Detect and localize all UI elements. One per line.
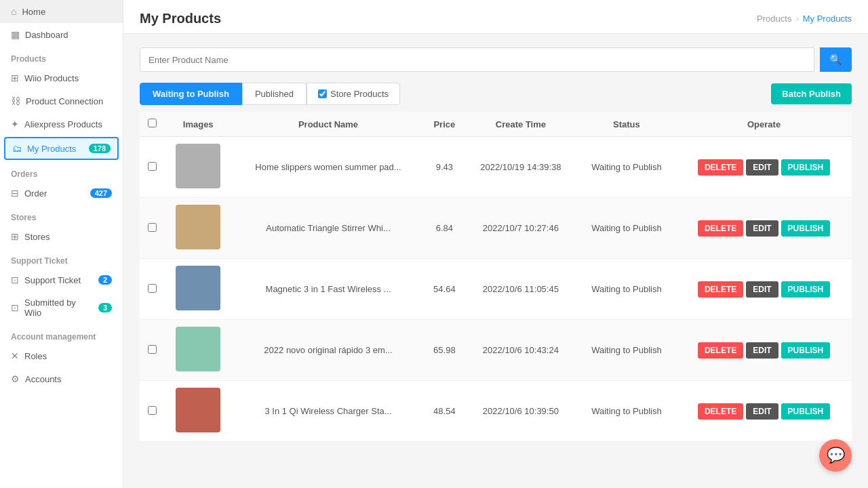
roles-icon: ✕ [11, 350, 19, 361]
my-products-badge: 178 [89, 144, 111, 153]
row-product-name: 2022 novo original rápido 3 em... [232, 320, 424, 381]
edit-button[interactable]: EDIT [746, 403, 778, 420]
sidebar-section-orders: Orders [0, 161, 123, 182]
sidebar-item-accounts[interactable]: ⚙ Accounts [0, 367, 123, 390]
publish-button[interactable]: PUBLISH [781, 281, 831, 298]
page-title: My Products [140, 11, 221, 26]
row-price: 65.98 [425, 320, 465, 381]
tab-store-products[interactable]: Store Products [307, 83, 400, 105]
row-select-checkbox[interactable] [148, 223, 157, 232]
operate-buttons: DELETE EDIT PUBLISH [682, 281, 846, 298]
row-select-checkbox[interactable] [148, 345, 157, 354]
breadcrumb-parent: Products [757, 14, 791, 24]
row-select-checkbox[interactable] [148, 406, 157, 415]
publish-button[interactable]: PUBLISH [781, 403, 831, 420]
operate-buttons: DELETE EDIT PUBLISH [682, 403, 846, 420]
row-product-name: 3 In 1 Qi Wireless Charger Sta... [232, 381, 424, 442]
aliexpress-icon: ✦ [11, 119, 19, 129]
delete-button[interactable]: DELETE [698, 281, 743, 298]
sidebar-item-wiio-products[interactable]: ⊞ Wiio Products [0, 66, 123, 89]
sidebar-home-label: Home [22, 7, 45, 17]
table-row: Home slippers women summer pad... 9.43 2… [140, 137, 852, 198]
row-price: 6.84 [425, 198, 465, 259]
sidebar-aliexpress-label: Aliexpress Products [24, 119, 102, 129]
edit-button[interactable]: EDIT [746, 159, 778, 176]
main-content: 🔍 Waiting to Publish Published Store Pro… [123, 34, 868, 488]
col-status: Status [577, 112, 676, 137]
table-row: Magnetic 3 in 1 Fast Wireless ... 54.64 … [140, 259, 852, 320]
product-image [176, 205, 220, 249]
select-all-checkbox[interactable] [148, 119, 157, 127]
tab-waiting-to-publish[interactable]: Waiting to Publish [140, 83, 242, 105]
row-price: 54.64 [425, 259, 465, 320]
row-create-time: 2022/10/19 14:39:38 [465, 137, 577, 198]
row-select-checkbox[interactable] [148, 284, 157, 293]
row-select-checkbox[interactable] [148, 162, 157, 171]
sidebar-myproducts-label: My Products [27, 144, 76, 154]
edit-button[interactable]: EDIT [746, 281, 778, 298]
ticket-icon: ⊡ [11, 274, 19, 285]
sidebar-item-aliexpress[interactable]: ✦ Aliexpress Products [0, 113, 123, 136]
row-status: Waiting to Publish [577, 198, 676, 259]
row-price: 9.43 [425, 137, 465, 198]
tabs-left: Waiting to Publish Published Store Produ… [140, 83, 400, 105]
row-product-name: Automatic Triangle Stirrer Whi... [232, 198, 424, 259]
sidebar-item-dashboard[interactable]: ▦ Dashboard [0, 23, 123, 46]
publish-button[interactable]: PUBLISH [781, 342, 831, 359]
sidebar-section-account: Account management [0, 324, 123, 344]
link-icon: ⛓ [11, 96, 20, 106]
row-checkbox [140, 137, 164, 198]
sidebar-stores-label: Stores [24, 232, 50, 242]
col-checkbox [140, 112, 164, 137]
edit-button[interactable]: EDIT [746, 342, 778, 359]
operate-buttons: DELETE EDIT PUBLISH [682, 342, 846, 359]
sidebar: ⌂ Home ▦ Dashboard Products ⊞ Wiio Produ… [0, 0, 123, 488]
store-products-checkbox[interactable] [318, 89, 327, 98]
publish-button[interactable]: PUBLISH [781, 220, 831, 237]
delete-button[interactable]: DELETE [698, 342, 743, 359]
row-checkbox [140, 259, 164, 320]
row-image [164, 381, 232, 442]
publish-button[interactable]: PUBLISH [781, 159, 831, 176]
sidebar-item-stores[interactable]: ⊞ Stores [0, 225, 123, 248]
table-row: Automatic Triangle Stirrer Whi... 6.84 2… [140, 198, 852, 259]
chat-bubble[interactable]: 💬 [819, 439, 852, 472]
delete-button[interactable]: DELETE [698, 220, 743, 237]
sidebar-item-my-products[interactable]: 🗂 My Products 178 [4, 137, 119, 160]
sidebar-item-roles[interactable]: ✕ Roles [0, 344, 123, 367]
table-row: 2022 novo original rápido 3 em... 65.98 … [140, 320, 852, 381]
col-create-time: Create Time [465, 112, 577, 137]
sidebar-item-order[interactable]: ⊟ Order 427 [0, 182, 123, 205]
grid-icon: ⊞ [11, 73, 19, 83]
batch-publish-button[interactable]: Batch Publish [771, 83, 852, 104]
search-button[interactable]: 🔍 [820, 47, 852, 72]
tabs-row: Waiting to Publish Published Store Produ… [140, 83, 852, 105]
row-operate: DELETE EDIT PUBLISH [676, 381, 852, 442]
edit-button[interactable]: EDIT [746, 220, 778, 237]
sidebar-connection-label: Product Connection [26, 96, 103, 106]
row-status: Waiting to Publish [577, 137, 676, 198]
row-image [164, 259, 232, 320]
search-input[interactable] [140, 47, 814, 72]
delete-button[interactable]: DELETE [698, 403, 743, 420]
sidebar-support-label: Support Ticket [24, 275, 81, 285]
sidebar-item-support-ticket[interactable]: ⊡ Support Ticket 2 [0, 268, 123, 291]
row-image [164, 320, 232, 381]
breadcrumb: Products › My Products [757, 14, 852, 24]
myproducts-icon: 🗂 [12, 143, 22, 154]
product-image [176, 266, 220, 310]
tab-published[interactable]: Published [242, 83, 307, 105]
sidebar-item-submitted-by-wiio[interactable]: ⊡ Submitted by Wiio 3 [0, 291, 123, 324]
sidebar-section-support: Support Ticket [0, 248, 123, 268]
sidebar-item-home[interactable]: ⌂ Home [0, 0, 123, 23]
breadcrumb-separator: › [795, 14, 798, 24]
col-images: Images [164, 112, 232, 137]
sidebar-item-product-connection[interactable]: ⛓ Product Connection [0, 89, 123, 113]
delete-button[interactable]: DELETE [698, 159, 743, 176]
row-create-time: 2022/10/6 10:43:24 [465, 320, 577, 381]
search-row: 🔍 [140, 47, 852, 72]
row-product-name: Magnetic 3 in 1 Fast Wireless ... [232, 259, 424, 320]
product-image [176, 144, 220, 188]
product-image [176, 388, 220, 432]
submitted-icon: ⊡ [11, 302, 19, 313]
